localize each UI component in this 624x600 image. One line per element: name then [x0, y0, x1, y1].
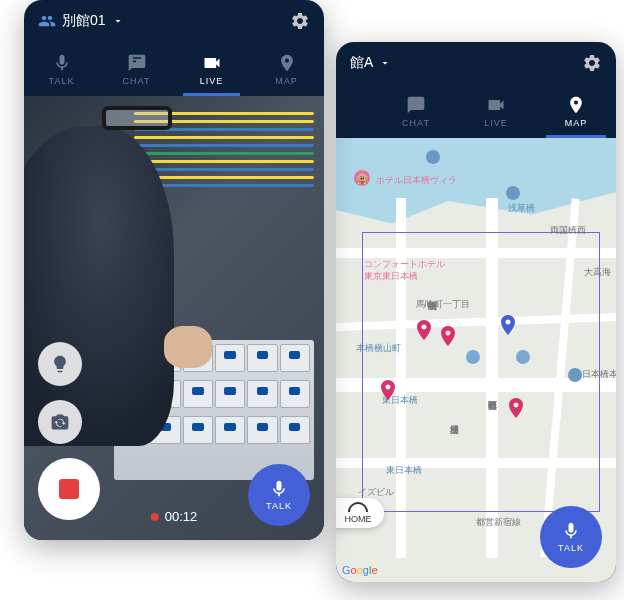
tab-live[interactable]: LIVE: [456, 84, 536, 138]
tab-chat[interactable]: CHAT: [99, 42, 174, 96]
map-poi-label: 東京東日本橋: [364, 270, 418, 283]
settings-button[interactable]: [582, 53, 602, 73]
settings-button[interactable]: [290, 11, 310, 31]
map-poi-label: 東日本橋: [386, 464, 422, 477]
pin-icon: [276, 53, 298, 73]
tab-bar: CHAT LIVE MAP: [336, 84, 616, 138]
tab-chat[interactable]: CHAT: [376, 84, 456, 138]
switch-camera-icon: [50, 412, 70, 432]
tab-bar: TALK CHAT LIVE MAP: [24, 42, 324, 96]
camera-controls: [38, 342, 100, 520]
recording-indicator-icon: [151, 513, 159, 521]
talk-label: TALK: [266, 501, 292, 511]
map-attribution: Google: [342, 564, 378, 576]
location-pin[interactable]: [504, 396, 528, 420]
home-arc-icon: [348, 502, 368, 512]
tab-label: MAP: [275, 76, 298, 86]
tab-talk[interactable]: TALK: [24, 42, 99, 96]
tab-label: CHAT: [123, 76, 151, 86]
location-pin[interactable]: [496, 313, 520, 337]
info-poi-icon[interactable]: [568, 368, 582, 382]
home-label: HOME: [345, 514, 372, 524]
tab-label: LIVE: [200, 76, 224, 86]
tab-label: TALK: [49, 76, 75, 86]
mic-icon: [269, 479, 289, 499]
bulb-icon: [50, 354, 70, 374]
talk-button[interactable]: TALK: [540, 506, 602, 568]
video-icon: [201, 53, 223, 73]
group-icon: [38, 12, 56, 30]
tab-overflow: [336, 84, 376, 138]
phone-map-screen: 館A CHAT LIVE MAP 🏨 ホテル: [336, 42, 616, 582]
station-poi-icon[interactable]: [506, 186, 520, 200]
record-button[interactable]: [38, 458, 100, 520]
tab-label: LIVE: [484, 118, 508, 128]
timer-value: 00:12: [165, 509, 198, 524]
chevron-down-icon: [112, 15, 124, 27]
channel-title: 別館01: [62, 12, 106, 30]
live-video-feed: 00:12 TALK: [24, 96, 324, 540]
map-poi-label: 清洲橋通り: [448, 418, 461, 428]
map-poi-label: 都営新宿線: [476, 516, 521, 529]
hotel-poi-icon[interactable]: 🏨: [354, 170, 370, 186]
station-poi-icon[interactable]: [516, 350, 530, 364]
channel-selector[interactable]: 別館01: [38, 12, 124, 30]
parking-poi-icon[interactable]: [466, 350, 480, 364]
channel-selector[interactable]: 館A: [350, 54, 391, 72]
header: 館A: [336, 42, 616, 84]
chat-icon: [405, 95, 427, 115]
mic-icon: [561, 521, 581, 541]
tab-map[interactable]: MAP: [536, 84, 616, 138]
map-poi-label: ホテル日本橋ヴィラ: [376, 174, 457, 187]
chat-icon: [126, 53, 148, 73]
map-poi-label: 両国橋西: [550, 224, 586, 237]
tab-label: MAP: [565, 118, 588, 128]
pin-icon: [565, 95, 587, 115]
talk-label: TALK: [558, 543, 584, 553]
tab-live[interactable]: LIVE: [174, 42, 249, 96]
map-canvas[interactable]: 🏨 ホテル日本橋ヴィラ 浅草橋 両国橋西 コンフォートホテル 東京東日本橋 大高…: [336, 138, 616, 582]
phone-live-screen: 別館01 TALK CHAT LIVE MAP: [24, 0, 324, 540]
mic-icon: [51, 53, 73, 73]
recording-timer: 00:12: [151, 509, 198, 524]
tab-label: CHAT: [402, 118, 430, 128]
home-button[interactable]: HOME: [336, 498, 384, 528]
museum-poi-icon[interactable]: [426, 150, 440, 164]
location-pin[interactable]: [436, 324, 460, 348]
stop-icon: [59, 479, 79, 499]
video-icon: [485, 95, 507, 115]
map-poi-label: 大高海: [584, 266, 611, 279]
map-poi-label: 本橋横山町: [356, 342, 401, 355]
tab-map[interactable]: MAP: [249, 42, 324, 96]
flashlight-button[interactable]: [38, 342, 82, 386]
switch-camera-button[interactable]: [38, 400, 82, 444]
map-poi-label: 浅草橋: [508, 202, 535, 215]
channel-title: 館A: [350, 54, 373, 72]
talk-button[interactable]: TALK: [248, 464, 310, 526]
location-pin[interactable]: [376, 378, 400, 402]
header: 別館01: [24, 0, 324, 42]
location-pin[interactable]: [412, 318, 436, 342]
chevron-down-icon: [379, 57, 391, 69]
map-poi-label: 馬喰町一丁目: [416, 298, 470, 311]
map-poi-label: 日本橋本: [582, 368, 616, 381]
